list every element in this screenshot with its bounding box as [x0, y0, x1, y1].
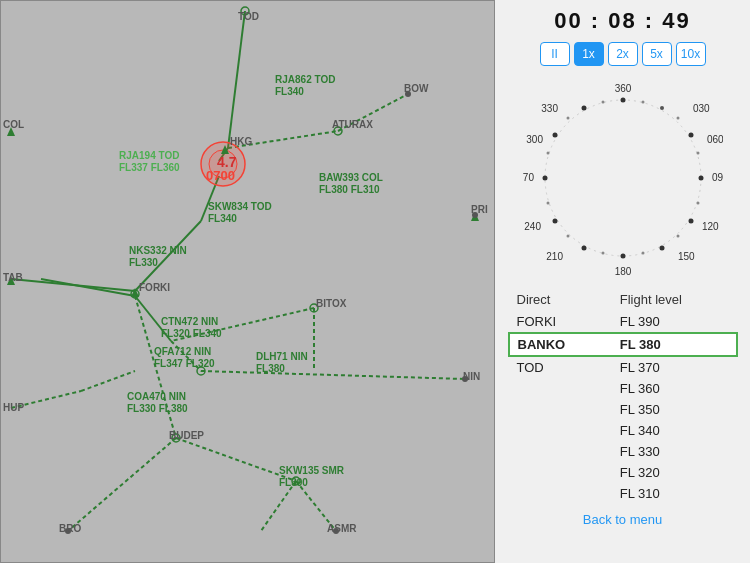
table-row[interactable]: FL 360 [509, 378, 737, 399]
svg-line-4 [41, 279, 135, 296]
table-row[interactable]: FL 340 [509, 420, 737, 441]
svg-text:360: 360 [614, 83, 631, 94]
label-nks332: NKS332 NINFL330 [129, 245, 187, 269]
col-header-direct: Direct [509, 288, 612, 311]
table-row[interactable]: FL 310 [509, 483, 737, 504]
svg-point-45 [659, 246, 664, 251]
svg-line-0 [228, 11, 245, 148]
table-row[interactable]: FORKIFL 390 [509, 311, 737, 333]
wp-asmr: ASMR [327, 523, 356, 534]
svg-point-58 [601, 252, 604, 255]
svg-point-42 [688, 133, 693, 138]
cell-fl: FL 310 [612, 483, 737, 504]
label-ctn472: CTN472 NINFL320 FL340 [161, 316, 222, 340]
control-panel: 00 : 08 : 49 II 1x 2x 5x 10x // We'll dr… [495, 0, 750, 563]
label-baw393: BAW393 COLFL380 FL310 [319, 172, 383, 196]
svg-text:330: 330 [541, 103, 558, 114]
wp-aturax: ATURAX [332, 119, 373, 130]
cell-direct [509, 378, 612, 399]
cell-fl: FL 360 [612, 378, 737, 399]
wp-tod: TOD [238, 11, 259, 22]
svg-text:120: 120 [702, 221, 719, 232]
cell-fl: FL 390 [612, 311, 737, 333]
svg-point-61 [546, 152, 549, 155]
svg-text:180: 180 [614, 266, 631, 277]
cell-fl: FL 340 [612, 420, 737, 441]
label-qfa712: QFA712 NINFL347 FL320 [154, 346, 215, 370]
svg-text:030: 030 [693, 103, 710, 114]
cell-fl: FL 380 [612, 333, 737, 356]
svg-point-53 [676, 117, 679, 120]
cell-fl: FL 370 [612, 356, 737, 378]
table-row[interactable]: FL 320 [509, 462, 737, 483]
cell-direct [509, 462, 612, 483]
cell-direct: TOD [509, 356, 612, 378]
map-area: RJA862 TODFL340 BAW393 COLFL380 FL310 SK… [0, 0, 495, 563]
svg-point-54 [696, 152, 699, 155]
wp-nin: NIN [463, 371, 480, 382]
cell-direct: BANKO [509, 333, 612, 356]
svg-point-56 [676, 235, 679, 238]
svg-point-44 [688, 219, 693, 224]
wp-pri: PRI [471, 204, 488, 215]
svg-text:240: 240 [524, 221, 541, 232]
svg-point-43 [698, 176, 703, 181]
svg-point-46 [620, 254, 625, 259]
conflict-time: 0700 [206, 168, 235, 183]
wp-hup: HUP [3, 402, 24, 413]
back-to-menu-link[interactable]: Back to menu [583, 512, 663, 527]
wp-bitox: BITOX [316, 298, 346, 309]
cell-fl: FL 330 [612, 441, 737, 462]
svg-text:060: 060 [707, 134, 723, 145]
table-row[interactable]: BANKOFL 380 [509, 333, 737, 356]
cell-direct [509, 483, 612, 504]
svg-point-41 [660, 106, 664, 110]
col-header-fl: Flight level [612, 288, 737, 311]
label-dlh71: DLH71 NINFL380 [256, 351, 308, 375]
svg-point-57 [641, 252, 644, 255]
wp-tab: TAB [3, 272, 23, 283]
speed-2x-button[interactable]: 2x [608, 42, 638, 66]
svg-point-62 [566, 117, 569, 120]
svg-point-47 [581, 246, 586, 251]
speed-5x-button[interactable]: 5x [642, 42, 672, 66]
cell-direct [509, 441, 612, 462]
svg-point-52 [641, 101, 644, 104]
label-rja862: RJA862 TODFL340 [275, 74, 335, 98]
pause-button[interactable]: II [540, 42, 570, 66]
cell-fl: FL 320 [612, 462, 737, 483]
svg-point-55 [696, 202, 699, 205]
cell-direct [509, 399, 612, 420]
timer-display: 00 : 08 : 49 [554, 8, 691, 34]
table-row[interactable]: TODFL 370 [509, 356, 737, 378]
speed-1x-button[interactable]: 1x [574, 42, 604, 66]
svg-point-59 [566, 235, 569, 238]
label-skw135: SKW135 SMRFL390 [279, 465, 344, 489]
svg-line-17 [11, 279, 135, 291]
cell-direct: FORKI [509, 311, 612, 333]
table-row[interactable]: FL 330 [509, 441, 737, 462]
svg-line-19 [81, 371, 135, 391]
svg-text:300: 300 [526, 134, 543, 145]
wp-bro: BRO [59, 523, 81, 534]
svg-point-40 [620, 98, 625, 103]
flight-table: Direct Flight level FORKIFL 390BANKOFL 3… [508, 288, 738, 504]
svg-point-49 [542, 176, 547, 181]
wp-hkg: HKG [230, 136, 252, 147]
svg-text:270: 270 [523, 172, 534, 183]
svg-line-9 [201, 371, 465, 379]
svg-point-48 [552, 219, 557, 224]
svg-point-51 [581, 106, 586, 111]
label-skw834: SKW834 TODFL340 [208, 201, 272, 225]
svg-text:210: 210 [546, 251, 563, 262]
svg-point-63 [601, 101, 604, 104]
svg-point-60 [546, 202, 549, 205]
label-rja194: RJA194 TODFL337 FL360 [119, 150, 180, 174]
speed-10x-button[interactable]: 10x [676, 42, 706, 66]
speed-buttons-group: II 1x 2x 5x 10x [540, 42, 706, 66]
table-row[interactable]: FL 350 [509, 399, 737, 420]
cell-direct [509, 420, 612, 441]
svg-point-39 [545, 100, 701, 256]
wp-forki: FORKI [139, 282, 170, 293]
label-coa470: COA470 NINFL330 FL380 [127, 391, 188, 415]
